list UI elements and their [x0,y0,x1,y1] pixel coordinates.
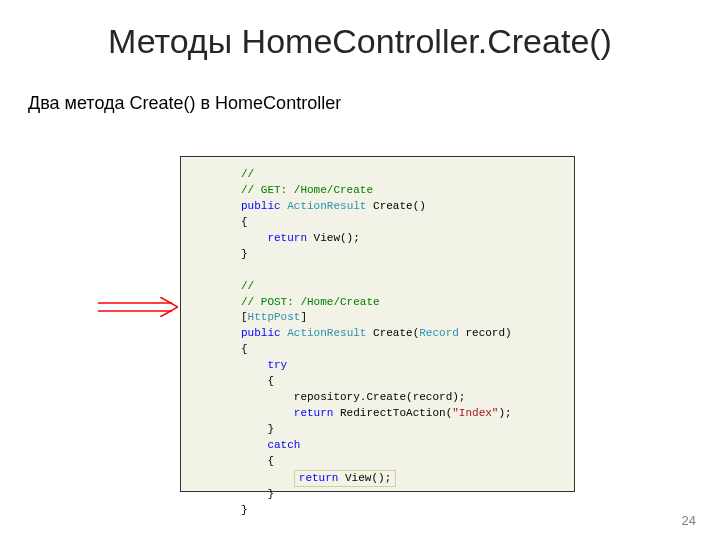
arrow-indicator-icon [98,297,178,321]
code-type: ActionResult [287,327,366,339]
code-comment: // [241,168,254,180]
highlighted-line: return View(); [294,470,396,487]
code-type: ActionResult [287,200,366,212]
code-text: { [241,343,248,355]
code-comment: // [241,280,254,292]
code-type: HttpPost [248,311,301,323]
page-title: Методы HomeController.Create() [0,0,720,61]
code-keyword: catch [267,439,300,451]
code-text: record) [459,327,512,339]
code-text: [ [241,311,248,323]
code-text: } [267,423,274,435]
page-number: 24 [682,513,696,528]
code-keyword: return [299,472,339,484]
code-string: "Index" [452,407,498,419]
code-text: View(); [338,472,391,484]
code-comment: // POST: /Home/Create [241,296,380,308]
code-keyword: return [294,407,334,419]
code-text: repository.Create(record); [294,391,466,403]
code-text: { [267,455,274,467]
code-text: RedirectToAction( [333,407,452,419]
code-keyword: try [267,359,287,371]
code-text: { [267,375,274,387]
code-keyword: return [267,232,307,244]
code-keyword: public [241,327,281,339]
code-text: } [241,248,248,260]
code-block: // // GET: /Home/Create public ActionRes… [180,156,575,492]
code-comment: // GET: /Home/Create [241,184,373,196]
code-text: } [241,504,248,516]
subtitle: Два метода Create() в HomeController [0,61,720,114]
code-text: View(); [307,232,360,244]
code-text: { [241,216,248,228]
code-text: Create( [366,327,419,339]
code-keyword: public [241,200,281,212]
code-text: ] [300,311,307,323]
code-text: Create() [366,200,425,212]
code-type: Record [419,327,459,339]
code-text: ); [498,407,511,419]
code-text: } [267,488,274,500]
